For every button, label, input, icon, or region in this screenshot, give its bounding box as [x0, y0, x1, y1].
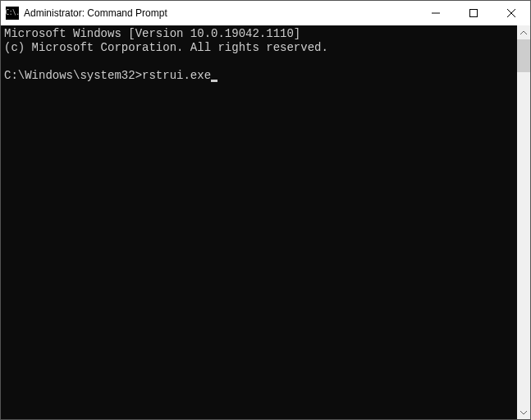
minimize-icon [432, 9, 440, 17]
maximize-icon [469, 9, 478, 17]
terminal-command: rstrui.exe [142, 69, 211, 82]
app-icon-text: C:\. [5, 10, 19, 16]
terminal-prompt: C:\Windows\system32> [4, 69, 142, 82]
terminal[interactable]: Microsoft Windows [Version 10.0.19042.11… [1, 25, 517, 419]
command-prompt-window: C:\. Administrator: Command Prompt Micro… [0, 0, 531, 420]
terminal-wrapper: Microsoft Windows [Version 10.0.19042.11… [1, 25, 530, 419]
scrollbar-down-button[interactable] [517, 405, 530, 419]
chevron-up-icon [520, 30, 527, 36]
minimize-button[interactable] [417, 1, 455, 25]
terminal-line-2: (c) Microsoft Corporation. All rights re… [4, 41, 328, 54]
app-icon: C:\. [6, 7, 19, 20]
scrollbar-up-button[interactable] [517, 25, 530, 39]
scrollbar-track[interactable] [517, 39, 530, 405]
close-button[interactable] [492, 1, 530, 25]
titlebar-controls [417, 1, 530, 25]
terminal-line-1: Microsoft Windows [Version 10.0.19042.11… [4, 27, 300, 40]
cursor-icon [211, 80, 217, 82]
chevron-down-icon [520, 409, 527, 416]
scrollbar-thumb[interactable] [517, 39, 530, 72]
scrollbar[interactable] [517, 25, 530, 419]
window-title: Administrator: Command Prompt [24, 7, 417, 19]
svg-rect-1 [470, 10, 478, 17]
titlebar[interactable]: C:\. Administrator: Command Prompt [1, 1, 530, 25]
maximize-button[interactable] [455, 1, 492, 25]
close-icon [507, 9, 515, 17]
